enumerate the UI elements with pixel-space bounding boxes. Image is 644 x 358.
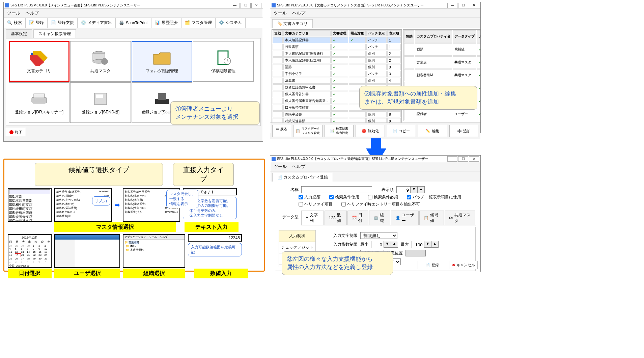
tb-regassist[interactable]: 📄登録支援 (48, 18, 78, 28)
exit-button[interactable]: 終了 (6, 128, 26, 136)
hdr-selection: 候補値等選択タイプ (35, 163, 163, 186)
menu-tools[interactable]: ツール (274, 10, 287, 16)
thumb-org: アプリケーション ツール ヘルプ 📁 営業本部 📁 本部 📁 本店営業部 (123, 234, 185, 268)
app-icon (272, 157, 276, 161)
hdr-direct: 直接入力タイプ (173, 163, 234, 186)
cancel-icon: ✖ (452, 263, 455, 267)
min-spinner[interactable]: ▼▲ (371, 241, 398, 248)
db-gear-icon (90, 49, 111, 66)
tile-doccategory[interactable]: 文書カテゴリ (9, 41, 69, 82)
menu-help[interactable]: ヘルプ (292, 164, 305, 170)
tile-job-send[interactable]: 登録ジョブ[SEND機] (70, 82, 131, 123)
sidetab-input[interactable]: 入力制御 (279, 230, 315, 242)
tile-folderhier[interactable]: フォルダ階層管理 (132, 41, 192, 82)
name-input[interactable] (301, 186, 372, 193)
max-button[interactable]: ☐ (458, 3, 468, 8)
svg-rect-8 (32, 97, 47, 103)
copy-button[interactable]: 📄コピー (387, 125, 416, 137)
disable-button[interactable]: ⛔無効化 (356, 125, 385, 137)
chk-batchshow[interactable]: バッチ一覧表示項目に使用 (407, 194, 461, 200)
tab-basic[interactable]: 基本設定 (6, 29, 32, 38)
dtab-commonmaster[interactable]: 🗂 共通マスタ (445, 211, 475, 225)
copy-icon: 📄 (393, 129, 397, 133)
min-button[interactable]: — (230, 3, 240, 8)
tab-doccat[interactable]: 🏷️ 文書カテゴリ (272, 19, 313, 28)
filter-button[interactable]: 📋マスタデータ フィルタ設定 (293, 125, 322, 137)
charlimit-select[interactable]: 制限無し (360, 232, 397, 239)
padpos-input[interactable] (405, 250, 426, 256)
menu-help[interactable]: ヘルプ (292, 10, 305, 16)
tb-search[interactable]: 🔍検索 (4, 18, 26, 28)
tile-retention[interactable]: 保存期限管理 (193, 41, 254, 82)
menubar: ツール ヘルプ (4, 9, 263, 18)
close-button[interactable]: ✕ (469, 3, 479, 8)
chk-searchuse[interactable]: 検索条件使用 (329, 194, 359, 200)
plus-icon: ➕ (457, 129, 462, 133)
print-icon: 🖨️ (119, 20, 124, 26)
svg-rect-9 (34, 94, 45, 98)
thumb-user (54, 234, 120, 268)
label-date: 日付選択 (8, 269, 52, 278)
dtab-string[interactable]: A 文字列 (301, 211, 324, 225)
win-doccategory: SFS Lite PLUS v.3.0.0.0【文書カテゴリメンテナンス画面】S… (270, 2, 481, 133)
dtab-number[interactable]: 123 数値 (325, 211, 347, 225)
add-button[interactable]: ➕追加 (449, 125, 478, 137)
mfp-icon (90, 90, 111, 107)
cancel-button[interactable]: ✖ キャンセル (449, 261, 478, 269)
dtab-org[interactable]: 🏢 組織 (369, 211, 390, 225)
dtab-date[interactable]: 📅 日付 (347, 211, 368, 225)
tab-scanform[interactable]: スキャン帳票管理 (33, 29, 76, 38)
tb-register[interactable]: 📝登録 (26, 18, 48, 28)
menu-tools[interactable]: ツール (7, 10, 20, 16)
searchout-button[interactable]: 📑検索結果 出力設定 (325, 125, 354, 137)
tab-customprop[interactable]: 📄 カスタムプロパティ登録 (272, 173, 333, 182)
tb-system[interactable]: ⚙️システム (216, 18, 246, 28)
master-note-bubble: マスタ照会し、 一致する 情報を表示 (166, 190, 198, 208)
close-button[interactable]: ✕ (469, 156, 479, 162)
label-text: テキスト入力 (185, 222, 239, 232)
max-button[interactable]: ☐ (458, 156, 468, 162)
order-spinner[interactable]: ▼▲ (396, 186, 425, 193)
chk-required[interactable]: 入力必須 (299, 194, 320, 200)
search-icon: 🔍 (7, 20, 12, 26)
window-title: SFS Lite PLUS v.3.0.0.0【文書カテゴリメンテナンス画面】S… (277, 3, 424, 8)
toolbar: 🔍検索 📝登録 📄登録支援 💿メディア書出 🖨️ScanToPrint 📊履歴照… (4, 18, 263, 28)
hand-input-bubble: 手入力 (92, 196, 110, 205)
min-button[interactable]: — (447, 3, 457, 8)
menu-tools[interactable]: ツール (274, 164, 287, 170)
window-title: SFS Lite PLUS v.3.0.0.0【メインメニュー画面】SFS Li… (10, 3, 140, 8)
tags-icon (29, 49, 49, 66)
chk-searchreq[interactable]: 検索条件必須 (368, 194, 398, 200)
lbl-lenlimit: 入力桁数制限 (320, 242, 358, 247)
register-button[interactable]: 📄 登録 (418, 261, 446, 269)
arrow-small-icon: ➡ (114, 201, 120, 209)
app-icon (272, 3, 276, 7)
chk-verifyedit[interactable]: ベリファイ時エントリー項目を編集不可 (341, 201, 420, 207)
tb-master[interactable]: 🗂️マスタ管理 (181, 18, 216, 28)
close-button[interactable]: ✕ (251, 3, 261, 8)
titlebar: SFS Lite PLUS v.3.0.0.0【メインメニュー画面】SFS Li… (4, 2, 263, 9)
thumb-list: 001:本部002:本店営業部003:相生町支店004:綾田町支店005:青柳出… (8, 188, 52, 222)
max-button[interactable]: ☐ (241, 3, 251, 8)
assist-icon: 📄 (51, 20, 56, 26)
edit-button[interactable]: ✏️編集 (418, 125, 447, 137)
number-note: 入力可能数値範囲を定義可能 (188, 243, 242, 256)
menu-help[interactable]: ヘルプ (26, 10, 39, 16)
max-spinner[interactable]: ▼▲ (412, 241, 439, 248)
app-icon (5, 3, 9, 7)
dtab-candidate[interactable]: 📋 候補値 (419, 211, 444, 225)
min-button[interactable]: — (447, 156, 457, 162)
label-org: 組織選択 (123, 269, 185, 278)
tabs: 基本設定 スキャン帳票管理 (4, 28, 263, 38)
dtab-user[interactable]: 👤 ユーザー (391, 211, 419, 225)
back-button[interactable]: ⬅ 戻る (272, 125, 291, 137)
filter-icon: 📋 (296, 129, 300, 133)
tb-history[interactable]: 📊履歴照会 (151, 18, 181, 28)
tb-media[interactable]: 💿メディア書出 (78, 18, 116, 28)
folder-icon (152, 49, 172, 66)
tb-scantoprint[interactable]: 🖨️ScanToPrint (116, 18, 151, 28)
tile-commonmaster[interactable]: 共通マスタ (70, 41, 131, 82)
number-sample: 12345 (188, 234, 242, 242)
chk-verify[interactable]: ベリファイ項目 (299, 201, 333, 207)
tile-job-dr[interactable]: 登録ジョブ[DRスキャナー] (9, 82, 69, 123)
